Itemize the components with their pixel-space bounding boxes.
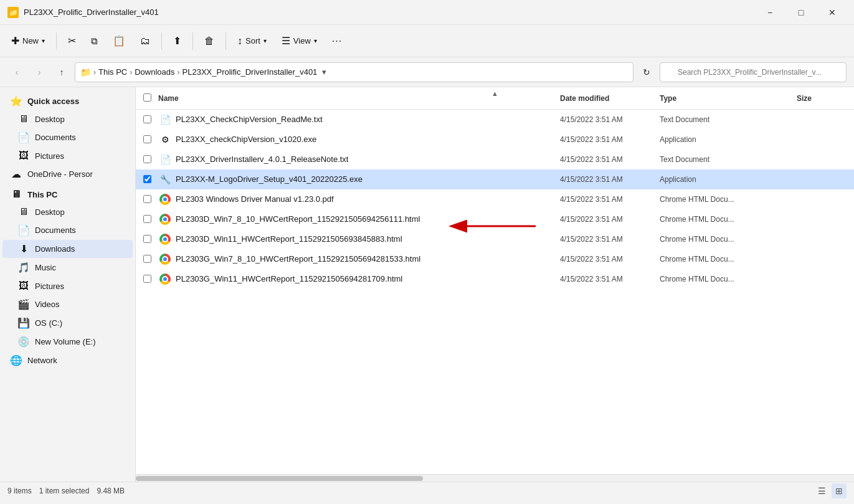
hscroll-thumb[interactable] [136, 476, 423, 481]
sidebar-item-os-c[interactable]: 💾 OS (C:) [2, 314, 133, 332]
file-checkbox-input-5[interactable] [143, 215, 151, 223]
file-date-1: 4/15/2022 3:51 AM [560, 135, 660, 144]
file-name-2: PL23XX_DriverInstallerv_4.0.1_ReleaseNot… [176, 155, 560, 164]
file-checkbox-3[interactable] [143, 175, 158, 183]
path-dropdown-icon[interactable]: ▾ [322, 67, 326, 77]
search-input[interactable] [660, 62, 847, 82]
sidebar-item-desktop-qa[interactable]: 🖥 Desktop [2, 110, 133, 128]
cut-button[interactable]: ✂ [62, 30, 82, 52]
file-checkbox-input-1[interactable] [143, 135, 151, 143]
sidebar-item-pictures-pc[interactable]: 🖼 Pictures [2, 277, 133, 295]
file-checkbox-input-6[interactable] [143, 235, 151, 243]
file-date-8: 4/15/2022 3:51 AM [560, 275, 660, 283]
close-button[interactable]: ✕ [818, 2, 847, 22]
cut-icon: ✂ [68, 35, 76, 47]
new-label: New [22, 36, 39, 45]
sidebar-item-documents-qa[interactable]: 📄 Documents [2, 128, 133, 146]
table-row[interactable]: ⚙ PL23XX_checkChipVersion_v1020.exe 4/15… [136, 130, 854, 150]
file-checkbox-5[interactable] [143, 215, 158, 223]
table-row[interactable]: 📄 PL23XX_DriverInstallerv_4.0.1_ReleaseN… [136, 150, 854, 169]
os-c-icon: 💾 [17, 317, 30, 329]
copy-button[interactable]: ⧉ [85, 30, 104, 52]
paste-button[interactable]: 📋 [107, 30, 131, 52]
file-type-8: Chrome HTML Docu... [660, 275, 797, 283]
delete-button[interactable]: 🗑 [198, 30, 221, 52]
window-icon [7, 7, 19, 18]
sidebar-item-new-volume-e[interactable]: 💿 New Volume (E:) [2, 333, 133, 351]
sidebar-item-network[interactable]: 🌐 Network [2, 351, 133, 369]
list-view-button[interactable]: ⊞ [832, 483, 847, 498]
share-button[interactable]: ⬆ [167, 30, 187, 52]
file-checkbox-input-3[interactable] [143, 175, 151, 183]
sidebar-item-documents-pc[interactable]: 📄 Documents [2, 221, 133, 239]
col-date-header[interactable]: Date modified [560, 94, 660, 103]
file-icon-0: 📄 [158, 115, 172, 125]
content-area: ▲ Name Date modified Type Size 📄 PL23XX_… [136, 87, 854, 482]
path-downloads[interactable]: Downloads [135, 67, 174, 77]
sidebar-item-music[interactable]: 🎵 Music [2, 259, 133, 277]
file-checkbox-input-0[interactable] [143, 115, 151, 123]
back-button[interactable]: ‹ [7, 63, 26, 82]
details-view-button[interactable]: ☰ [814, 483, 829, 498]
sidebar-item-downloads[interactable]: ⬇ Downloads [2, 240, 133, 258]
path-folder[interactable]: PL23XX_Prolific_DriverInstaller_v401 [183, 67, 318, 77]
toolbar-separator-2 [161, 32, 162, 50]
table-row[interactable]: PL2303D_Win7_8_10_HWCertReport_115292150… [136, 209, 854, 229]
rename-button[interactable]: 🗂 [134, 30, 156, 52]
sidebar-item-onedrive[interactable]: ☁ OneDrive - Persor [2, 165, 133, 183]
file-icon-2: 📄 [158, 155, 172, 164]
file-type-3: Application [660, 175, 797, 184]
select-all-input[interactable] [143, 93, 151, 102]
sidebar-item-videos[interactable]: 🎬 Videos [2, 295, 133, 313]
col-name-header[interactable]: Name [158, 94, 560, 103]
file-date-2: 4/15/2022 3:51 AM [560, 155, 660, 164]
file-icon-5 [158, 214, 172, 225]
file-checkbox-input-8[interactable] [143, 275, 151, 283]
new-volume-e-icon: 💿 [17, 336, 30, 348]
horizontal-scrollbar[interactable] [136, 474, 854, 482]
table-row[interactable]: PL2303 Windows Driver Manual v1.23.0.pdf… [136, 189, 854, 209]
view-button[interactable]: ☰ View ▾ [275, 30, 323, 52]
file-name-4: PL2303 Windows Driver Manual v1.23.0.pdf [176, 194, 560, 204]
file-icon-8 [158, 273, 172, 285]
file-checkbox-7[interactable] [143, 255, 158, 263]
sidebar-this-pc-header: 🖥 This PC [2, 184, 133, 202]
col-type-header[interactable]: Type [660, 94, 797, 103]
file-checkbox-2[interactable] [143, 155, 158, 163]
file-checkbox-input-7[interactable] [143, 255, 151, 263]
select-all-checkbox[interactable] [143, 93, 158, 103]
new-button[interactable]: ✚ New ▾ [5, 30, 51, 52]
main-area: ⭐ Quick access 🖥 Desktop 📄 Documents 🖼 P… [0, 87, 854, 482]
maximize-button[interactable]: □ [787, 2, 815, 22]
file-checkbox-input-2[interactable] [143, 155, 151, 163]
file-date-7: 4/15/2022 3:51 AM [560, 255, 660, 264]
file-checkbox-6[interactable] [143, 235, 158, 243]
file-name-0: PL23XX_CheckChipVersion_ReadMe.txt [176, 115, 560, 124]
table-row[interactable]: 📄 PL23XX_CheckChipVersion_ReadMe.txt 4/1… [136, 110, 854, 130]
sidebar-item-desktop-pc[interactable]: 🖥 Desktop [2, 203, 133, 221]
file-checkbox-1[interactable] [143, 135, 158, 143]
view-dropdown-icon: ▾ [314, 37, 317, 44]
file-checkbox-8[interactable] [143, 275, 158, 283]
file-checkbox-4[interactable] [143, 195, 158, 203]
forward-button[interactable]: › [30, 63, 49, 82]
file-name-1: PL23XX_checkChipVersion_v1020.exe [176, 135, 560, 144]
up-button[interactable]: ↑ [52, 63, 71, 82]
refresh-button[interactable]: ↻ [637, 63, 656, 82]
table-row[interactable]: 🔧 PL23XX-M_LogoDriver_Setup_v401_2022022… [136, 169, 854, 189]
table-row[interactable]: PL2303G_Win7_8_10_HWCertReport_115292150… [136, 249, 854, 269]
file-checkbox-0[interactable] [143, 115, 158, 123]
sidebar-quick-access-header: ⭐ Quick access [2, 90, 133, 110]
more-button[interactable]: ··· [326, 30, 348, 52]
table-row[interactable]: PL2303G_Win11_HWCertReport_1152921505694… [136, 269, 854, 289]
table-row[interactable]: PL2303D_Win11_HWCertReport_1152921505693… [136, 229, 854, 249]
file-checkbox-input-4[interactable] [143, 195, 151, 203]
sort-button[interactable]: ↕ Sort ▾ [231, 30, 273, 52]
sidebar-item-pictures-qa[interactable]: 🖼 Pictures [2, 147, 133, 164]
collapse-arrow[interactable]: ▲ [491, 90, 498, 97]
minimize-button[interactable]: − [756, 2, 784, 22]
address-path[interactable]: 📁 › This PC › Downloads › PL23XX_Prolifi… [75, 62, 633, 82]
col-size-header[interactable]: Size [797, 94, 847, 103]
file-date-0: 4/15/2022 3:51 AM [560, 115, 660, 124]
path-this-pc[interactable]: This PC [98, 67, 127, 77]
